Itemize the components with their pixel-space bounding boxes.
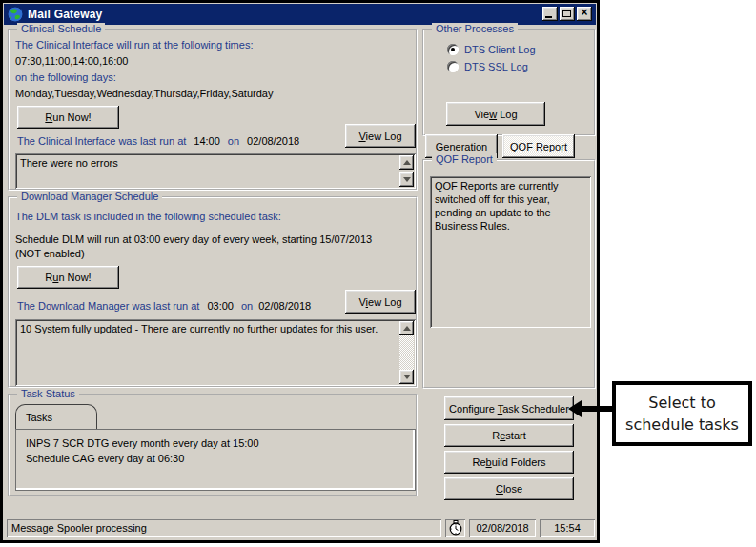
callout-line: Select to [648, 392, 716, 414]
button-label: V [358, 131, 365, 142]
button-label: start [505, 430, 525, 441]
dlm-run-now-button[interactable]: Run Now! [17, 266, 119, 289]
status-date: 02/08/2018 [476, 522, 528, 534]
restart-button[interactable]: Restart [444, 424, 574, 447]
dlm-log-box[interactable]: 10 System fully updated - There are curr… [15, 319, 416, 386]
tab-qof-report[interactable]: QOF Report [502, 134, 575, 158]
button-label: ask Scheduler [502, 403, 569, 415]
download-manager-label: Download Manager Schedule [17, 191, 162, 202]
status-clock-panel [445, 519, 465, 537]
button-label: Re [472, 456, 485, 468]
clinical-days: Monday,Tuesday,Wednesday,Thursday,Friday… [15, 88, 273, 99]
button-label: Vie [474, 109, 489, 120]
minimize-icon [545, 16, 552, 18]
button-label: R [492, 430, 500, 441]
tab-label: eneration [443, 141, 487, 152]
rebuild-folders-button[interactable]: Rebuild Folders [444, 451, 574, 474]
button-label: V [358, 296, 365, 308]
button-label: ew Log [368, 296, 401, 308]
clinical-days-intro: on the following days: [15, 71, 116, 83]
maximize-button[interactable] [560, 7, 575, 21]
button-label: w [489, 109, 497, 120]
task-status-group: Task Status Tasks INPS 7 SCR DTG every m… [8, 394, 418, 496]
download-manager-group: Download Manager Schedule The DLM task i… [8, 196, 418, 388]
dlm-schedule-text: Schedule DLM will run at 03:00 every day… [15, 233, 392, 261]
clinical-times-intro: The Clinical Interface will run at the f… [15, 39, 253, 51]
button-label: iew Log [366, 131, 402, 142]
qof-report-label: QOF Report [432, 153, 497, 165]
dlm-log-text: 10 System fully updated - There are curr… [20, 322, 397, 336]
clinical-run-now-button[interactable]: Run Now! [17, 106, 119, 129]
radio-label: DTS Client Log [464, 44, 536, 55]
other-view-log-button[interactable]: View Log [446, 102, 545, 126]
radio-selected-icon [447, 44, 459, 55]
button-label: Configure [449, 403, 498, 415]
status-message: Message Spooler processing [11, 522, 147, 534]
clinical-schedule-label: Clinical Schedule [17, 23, 105, 34]
scroll-down-button[interactable] [399, 370, 414, 384]
arrow-up-icon [403, 160, 411, 165]
callout-arrow [581, 406, 613, 412]
qof-report-text: QOF Reports are currently switched off f… [435, 179, 585, 233]
clinical-log-box[interactable]: There were no errors [15, 153, 416, 189]
clinical-times: 07:30,11:00,14:00,16:00 [15, 55, 128, 67]
task-list-item: INPS 7 SCR DTG every month every day at … [26, 437, 259, 449]
tab-tasks-label: Tasks [26, 412, 52, 423]
dlm-intro: The DLM task is included in the followin… [15, 211, 281, 222]
window-title: Mail Gateway [28, 8, 102, 21]
radio-dts-ssl-log[interactable]: DTS SSL Log [447, 61, 528, 72]
minimize-button[interactable] [542, 7, 558, 21]
clinical-log-text: There were no errors [20, 156, 397, 171]
tab-label: Q [510, 141, 519, 152]
close-icon: × [577, 6, 592, 19]
arrow-down-icon [403, 375, 411, 379]
tab-tasks[interactable]: Tasks [15, 404, 97, 430]
other-processes-label: Other Processes [432, 23, 518, 34]
scroll-up-button[interactable] [399, 321, 414, 335]
screen: Mail Gateway × Clinical Schedule The Cli… [0, 0, 756, 547]
tasks-list[interactable]: INPS 7 SCR DTG every month every day at … [15, 429, 416, 491]
scroll-down-button[interactable] [399, 172, 414, 187]
arrow-down-icon [403, 177, 411, 182]
qof-report-box: QOF Reports are currently switched off f… [430, 176, 591, 328]
button-label: lose [503, 483, 522, 495]
button-label: C [496, 483, 503, 495]
annotation-callout: Select to schedule tasks [612, 381, 752, 446]
status-bar: Message Spooler processing 02/08/2018 15… [4, 517, 596, 539]
tab-label: OF Report [519, 141, 567, 152]
status-time: 15:54 [554, 522, 581, 534]
status-message-panel: Message Spooler processing [7, 519, 441, 537]
callout-line: schedule tasks [625, 414, 739, 436]
radio-unselected-icon [447, 61, 459, 72]
clinical-view-log-button[interactable]: View Log [345, 124, 416, 148]
scroll-up-button[interactable] [399, 155, 414, 170]
dlm-last-run-text: The Download Manager was last run at03:0… [17, 300, 311, 312]
task-list-item: Schedule CAG every day at 06:30 [26, 453, 184, 464]
titlebar[interactable]: Mail Gateway × [4, 4, 596, 25]
configure-task-scheduler-button[interactable]: Configure Task Scheduler [444, 396, 574, 420]
radio-dts-client-log[interactable]: DTS Client Log [447, 44, 536, 55]
task-status-label: Task Status [17, 388, 79, 399]
maximize-icon [562, 10, 571, 17]
qof-report-group: QOF Report QOF Reports are currently swi… [422, 159, 596, 389]
button-label: un Now! [52, 111, 91, 123]
button-label: uild Folders [492, 456, 546, 468]
status-time-panel: 15:54 [540, 519, 595, 537]
stopwatch-icon [449, 520, 462, 536]
other-processes-group: Other Processes DTS Client Log DTS SSL L… [422, 29, 596, 136]
close-button[interactable]: Close [444, 477, 574, 500]
button-label: n Now! [58, 272, 91, 283]
dlm-view-log-button[interactable]: View Log [345, 290, 416, 314]
arrow-up-icon [403, 326, 411, 331]
callout-arrow-head-icon [568, 400, 582, 417]
status-date-panel: 02/08/2018 [469, 519, 536, 537]
globe-icon [7, 6, 24, 23]
button-label: Log [497, 109, 517, 120]
radio-label: DTS SSL Log [464, 61, 528, 72]
clinical-schedule-group: Clinical Schedule The Clinical Interface… [8, 29, 418, 191]
clinical-last-run-text: The Clinical Interface was last run at14… [17, 135, 299, 147]
mail-gateway-window: Mail Gateway × Clinical Schedule The Cli… [0, 0, 600, 543]
close-window-button[interactable]: × [577, 7, 592, 21]
